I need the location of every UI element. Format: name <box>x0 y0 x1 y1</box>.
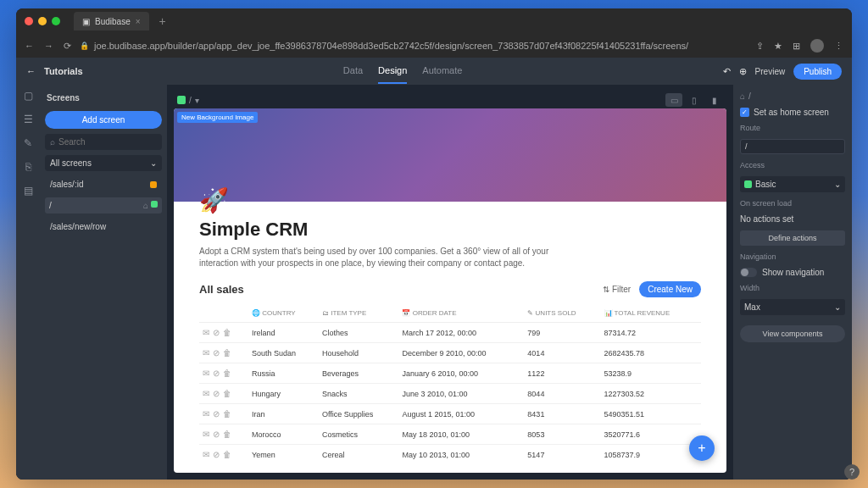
search-input[interactable]: ⌕ × <box>45 134 162 150</box>
mail-icon[interactable]: ✉ <box>203 450 209 459</box>
panel-header: Screens <box>45 90 162 106</box>
home-icon: ⌂ <box>143 201 148 210</box>
tab-design[interactable]: Design <box>378 58 407 84</box>
home-icon: ⌂ <box>740 92 745 101</box>
star-icon[interactable]: ★ <box>774 41 782 52</box>
tool-rail: ▢ ☰ ✎ ⎘ ▤ <box>16 85 40 480</box>
undo-icon[interactable]: ↶ <box>723 66 731 77</box>
col-rev[interactable]: 📊 TOTAL REVENUE <box>601 304 702 323</box>
check-icon[interactable]: ⊘ <box>213 348 220 358</box>
close-tab-icon[interactable]: × <box>136 17 141 26</box>
col-units[interactable]: ✎ UNITS SOLD <box>524 304 600 323</box>
browser-tab[interactable]: ▣ Budibase × <box>74 12 149 30</box>
search-field[interactable] <box>58 137 166 147</box>
nav-label: Navigation <box>740 252 845 261</box>
breadcrumb[interactable]: / ▾ <box>177 96 199 105</box>
mail-icon[interactable]: ✉ <box>203 389 209 398</box>
add-screen-button[interactable]: Add screen <box>45 111 162 129</box>
publish-button[interactable]: Publish <box>793 64 842 80</box>
mail-icon[interactable]: ✉ <box>203 430 209 439</box>
back-icon[interactable]: ← <box>25 41 34 52</box>
col-date[interactable]: 📅 ORDER DATE <box>398 304 524 323</box>
home-screen-checkbox[interactable]: ✓ Set as home screen <box>740 108 845 117</box>
screen-route: / <box>49 201 52 210</box>
settings-panel: ⌂/ ✓ Set as home screen Route / Access B… <box>733 85 852 480</box>
view-components-button[interactable]: View components <box>740 325 845 342</box>
mail-icon[interactable]: ✉ <box>203 348 209 358</box>
fab-add-button[interactable]: + <box>689 435 715 461</box>
check-icon[interactable]: ⊘ <box>213 450 220 459</box>
minimize-window-icon[interactable] <box>38 17 47 25</box>
access-select[interactable]: Basic ⌄ <box>740 176 845 192</box>
trash-icon[interactable]: 🗑 <box>223 409 231 419</box>
width-label: Width <box>740 284 845 292</box>
layout-icon[interactable]: ▤ <box>24 185 33 197</box>
maximize-window-icon[interactable] <box>52 17 60 25</box>
define-actions-button[interactable]: Define actions <box>740 230 845 246</box>
route-input[interactable]: / <box>740 139 845 154</box>
forward-icon[interactable]: → <box>44 41 53 52</box>
app-title: Tutorials <box>44 66 83 76</box>
close-window-icon[interactable] <box>25 17 33 25</box>
screen-item-sales-new[interactable]: /sales/new/row <box>45 219 162 235</box>
reload-icon[interactable]: ⟳ <box>64 41 71 52</box>
access-square-icon <box>744 180 752 188</box>
table-row[interactable]: ✉⊘🗑South SudanHouseholdDecember 9 2010, … <box>199 343 701 363</box>
table-row[interactable]: ✉⊘🗑YemenCerealMay 10 2013, 01:0051471058… <box>199 445 701 465</box>
screens-icon[interactable]: ▢ <box>24 90 33 102</box>
extension-icon[interactable]: ⊞ <box>793 41 800 52</box>
col-item[interactable]: 🗂 ITEM TYPE <box>319 304 398 323</box>
check-icon[interactable]: ⊘ <box>213 328 220 337</box>
width-select[interactable]: Max ⌄ <box>740 299 845 315</box>
url-box[interactable]: 🔒 joe.budibase.app/builder/app/app_dev_j… <box>80 41 748 51</box>
preview-button[interactable]: Preview <box>755 67 786 76</box>
screen-item-root[interactable]: / ⌂ <box>45 197 162 214</box>
create-new-button[interactable]: Create New <box>639 281 701 297</box>
onload-label: On screen load <box>740 199 845 208</box>
globe-icon[interactable]: ⊕ <box>739 66 747 77</box>
share-icon[interactable]: ⇪ <box>756 41 764 52</box>
trash-icon[interactable]: 🗑 <box>223 348 231 358</box>
col-country[interactable]: 🌐 COUNTRY <box>248 304 319 323</box>
tab-automate[interactable]: Automate <box>422 58 462 84</box>
screen-filter-dropdown[interactable]: All screens ⌄ <box>45 155 162 171</box>
mail-icon[interactable]: ✉ <box>203 369 209 378</box>
mail-icon[interactable]: ✉ <box>203 328 209 337</box>
check-icon[interactable]: ⊘ <box>213 430 220 439</box>
check-icon[interactable]: ⊘ <box>213 389 220 398</box>
show-nav-toggle[interactable] <box>740 268 757 277</box>
profile-avatar[interactable] <box>810 39 824 53</box>
table-row[interactable]: ✉⊘🗑IranOffice SuppliesAugust 1 2015, 01:… <box>199 404 701 424</box>
filter-button[interactable]: ⇅ Filter <box>603 285 631 294</box>
app-back-icon[interactable]: ← <box>26 66 36 76</box>
trash-icon[interactable]: 🗑 <box>223 369 231 378</box>
tab-data[interactable]: Data <box>343 58 363 84</box>
section-title: All sales <box>199 283 244 296</box>
trash-icon[interactable]: 🗑 <box>223 328 231 337</box>
brush-icon[interactable]: ✎ <box>24 137 32 149</box>
mail-icon[interactable]: ✉ <box>203 409 209 419</box>
table-row[interactable]: ✉⊘🗑IrelandClothesMarch 17 2012, 00:00799… <box>199 323 701 343</box>
panel-breadcrumb[interactable]: ⌂/ <box>740 92 845 101</box>
screen-item-sales-id[interactable]: /sales/:id <box>45 176 162 192</box>
check-icon[interactable]: ⊘ <box>213 369 220 378</box>
desktop-icon[interactable]: ▭ <box>665 93 682 107</box>
bg-image-tag[interactable]: New Background Image <box>177 112 258 123</box>
trash-icon[interactable]: 🗑 <box>223 389 231 398</box>
chevron-down-icon: ⌄ <box>834 302 841 312</box>
page-title: Simple CRM <box>199 219 701 241</box>
list-icon[interactable]: ☰ <box>24 114 33 125</box>
tablet-icon[interactable]: ▯ <box>686 93 703 107</box>
table-row[interactable]: ✉⊘🗑HungarySnacksJune 3 2010, 01:00804412… <box>199 384 701 404</box>
table-row[interactable]: ✉⊘🗑RussiaBeveragesJanuary 6 2010, 00:001… <box>199 363 701 384</box>
window-titlebar: ▣ Budibase × + <box>16 8 852 34</box>
link-icon[interactable]: ⎘ <box>25 161 31 173</box>
checkbox-label: Set as home screen <box>754 108 829 117</box>
new-tab-button[interactable]: + <box>159 14 166 28</box>
trash-icon[interactable]: 🗑 <box>223 450 231 459</box>
trash-icon[interactable]: 🗑 <box>223 430 231 439</box>
check-icon[interactable]: ⊘ <box>213 409 220 419</box>
menu-icon[interactable]: ⋮ <box>834 41 843 52</box>
mobile-icon[interactable]: ▮ <box>706 93 723 107</box>
table-row[interactable]: ✉⊘🗑MoroccoCosmeticsMay 18 2010, 01:00805… <box>199 424 701 445</box>
